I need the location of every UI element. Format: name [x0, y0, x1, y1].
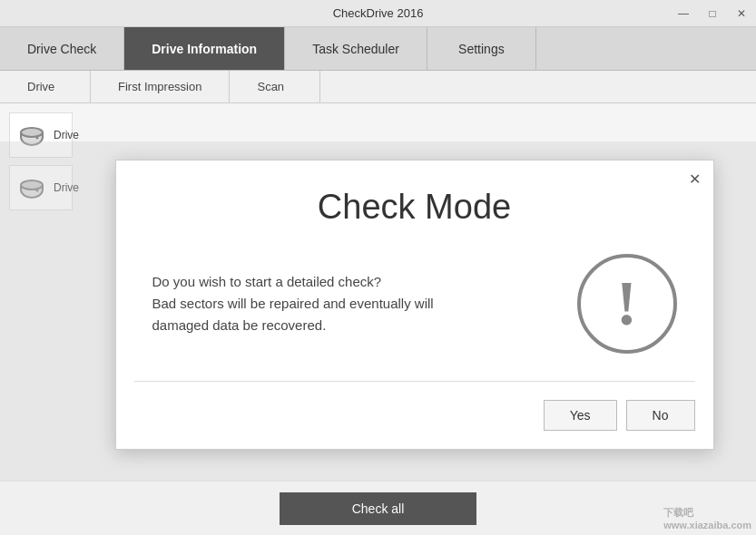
tab-drive-check[interactable]: Drive Check	[0, 27, 124, 70]
modal-body: Do you wish to start a detailed check? B…	[116, 245, 713, 372]
window-controls: — □ ✕	[669, 0, 756, 26]
modal-description: Do you wish to start a detailed check? B…	[152, 271, 541, 336]
check-mode-modal: ✕ Check Mode Do you wish to start a deta…	[115, 160, 714, 450]
modal-title: Check Mode	[116, 160, 713, 245]
close-button[interactable]: ✕	[727, 0, 756, 27]
maximize-button[interactable]: □	[698, 0, 727, 27]
minimize-button[interactable]: —	[669, 0, 698, 27]
no-button[interactable]: No	[626, 400, 695, 431]
yes-button[interactable]: Yes	[544, 400, 617, 431]
tab-drive-information[interactable]: Drive Information	[124, 27, 285, 70]
sub-tabs: Drive First Impression Scan	[0, 71, 756, 103]
title-bar: CheckDrive 2016 — □ ✕	[0, 0, 756, 27]
sub-tab-scan[interactable]: Scan	[230, 71, 320, 102]
bottom-bar: Check all	[0, 481, 756, 535]
modal-close-button[interactable]: ✕	[684, 168, 706, 190]
modal-divider	[134, 381, 695, 382]
svg-point-1	[21, 128, 43, 137]
tab-task-scheduler[interactable]: Task Scheduler	[285, 27, 427, 70]
watermark: 下载吧www.xiazaiba.com	[663, 506, 751, 530]
app-title: CheckDrive 2016	[333, 6, 424, 20]
drive-label-1: Drive	[54, 129, 79, 141]
warning-icon: !	[577, 254, 677, 354]
main-tabs: Drive Check Drive Information Task Sched…	[0, 27, 756, 71]
sub-tab-drive[interactable]: Drive	[0, 71, 91, 102]
tab-settings[interactable]: Settings	[427, 27, 536, 70]
modal-overlay: ✕ Check Mode Do you wish to start a deta…	[0, 141, 756, 481]
check-all-button[interactable]: Check all	[280, 492, 477, 525]
sub-tab-first-impression[interactable]: First Impression	[91, 71, 230, 102]
svg-point-4	[36, 137, 39, 140]
content-area: Drive First Impression Scan Drive	[0, 71, 756, 535]
modal-footer: Yes No	[116, 391, 713, 449]
